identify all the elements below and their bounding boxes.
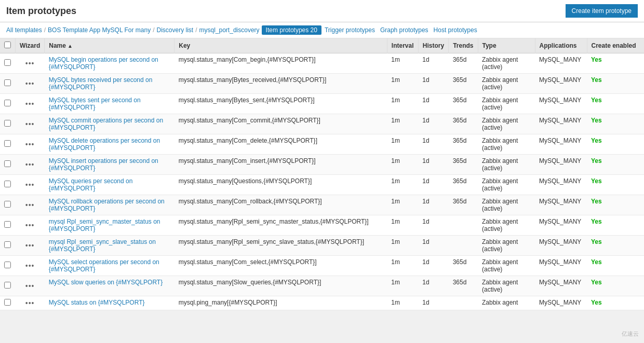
row-dots-menu[interactable]: ••• — [16, 296, 45, 310]
row-checkbox[interactable] — [4, 100, 11, 106]
row-checkbox[interactable] — [4, 59, 11, 66]
create-enabled-link[interactable]: Yes — [591, 279, 602, 286]
tab-host-prototypes[interactable]: Host prototypes — [432, 25, 479, 35]
create-item-prototype-button[interactable]: Create item prototype — [566, 4, 638, 18]
th-name[interactable]: Name ▲ — [45, 38, 175, 53]
row-applications-cell: MySQL_MANY — [535, 155, 587, 175]
row-trends-cell: 365d — [449, 114, 478, 134]
row-dots-menu[interactable]: ••• — [16, 215, 45, 236]
row-trends-cell — [449, 215, 478, 236]
row-dots-menu[interactable]: ••• — [16, 276, 45, 296]
row-dots-menu[interactable]: ••• — [16, 236, 45, 256]
dots-icon[interactable]: ••• — [25, 100, 35, 108]
row-checkbox[interactable] — [4, 299, 11, 306]
item-name-link[interactable]: MySQL bytes sent per second on {#MYSQLPO… — [49, 97, 141, 111]
dots-icon[interactable]: ••• — [25, 59, 35, 67]
dots-icon[interactable]: ••• — [25, 282, 35, 290]
breadcrumb-discovery-list[interactable]: Discovery list — [156, 26, 193, 34]
row-dots-menu[interactable]: ••• — [16, 134, 45, 155]
row-applications-cell: MySQL_MANY — [535, 215, 587, 236]
item-name-link[interactable]: MySQL begin operations per second on {#M… — [49, 56, 158, 71]
row-dots-menu[interactable]: ••• — [16, 114, 45, 134]
item-name-link[interactable]: MySQL commit operations per second on {#… — [49, 117, 163, 131]
dots-icon[interactable]: ••• — [25, 241, 35, 250]
breadcrumb-all-templates[interactable]: All templates — [6, 26, 42, 34]
dots-icon[interactable]: ••• — [25, 181, 35, 189]
dots-icon[interactable]: ••• — [25, 120, 35, 128]
item-name-link[interactable]: MySQL bytes received per second on {#MYS… — [49, 76, 153, 91]
row-name-cell: MySQL delete operations per second on {#… — [45, 134, 175, 155]
row-checkbox[interactable] — [4, 282, 11, 289]
create-enabled-link[interactable]: Yes — [591, 117, 602, 124]
row-checkbox[interactable] — [4, 262, 11, 268]
create-enabled-link[interactable]: Yes — [591, 157, 602, 164]
create-enabled-link[interactable]: Yes — [591, 218, 602, 225]
create-enabled-link[interactable]: Yes — [591, 299, 602, 306]
row-interval-cell: 1m — [387, 175, 418, 195]
row-checkbox[interactable] — [4, 79, 11, 86]
row-history-cell: 1d — [418, 215, 448, 236]
item-name-link[interactable]: mysql Rpl_semi_sync_master_status on {#M… — [49, 218, 160, 232]
content-area: Wizard Name ▲ Key Interval History — [0, 38, 644, 310]
select-all-checkbox[interactable] — [4, 42, 11, 48]
row-dots-menu[interactable]: ••• — [16, 94, 45, 114]
row-dots-menu[interactable]: ••• — [16, 53, 45, 74]
row-dots-menu[interactable]: ••• — [16, 195, 45, 215]
create-enabled-link[interactable]: Yes — [591, 97, 602, 104]
row-checkbox[interactable] — [4, 120, 11, 127]
item-name-link[interactable]: MySQL queries per second on {#MYSQLPORT} — [49, 177, 133, 192]
tab-graph-prototypes[interactable]: Graph prototypes — [378, 25, 431, 35]
dots-icon[interactable]: ••• — [25, 140, 35, 148]
row-name-cell: MySQL bytes received per second on {#MYS… — [45, 74, 175, 94]
row-checkbox-cell — [0, 296, 16, 310]
item-name-link[interactable]: MySQL select operations per second on {#… — [49, 258, 159, 273]
row-checkbox[interactable] — [4, 241, 11, 248]
item-name-link[interactable]: MySQL slow queries on {#MYSQLPORT} — [49, 279, 163, 286]
row-dots-menu[interactable]: ••• — [16, 74, 45, 94]
row-name-cell: MySQL status on {#MYSQLPORT} — [45, 296, 175, 310]
row-checkbox[interactable] — [4, 221, 11, 228]
item-name-link[interactable]: MySQL rollback operations per second on … — [49, 198, 165, 212]
dots-icon[interactable]: ••• — [25, 201, 35, 209]
create-enabled-link[interactable]: Yes — [591, 56, 602, 63]
dots-icon[interactable]: ••• — [25, 221, 35, 229]
table-row: •••MySQL commit operations per second on… — [0, 114, 644, 134]
dots-icon[interactable]: ••• — [25, 299, 35, 307]
dots-icon[interactable]: ••• — [25, 79, 35, 88]
row-create-enabled-cell: Yes — [587, 134, 644, 155]
create-enabled-link[interactable]: Yes — [591, 76, 602, 84]
row-applications-cell: MySQL_MANY — [535, 256, 587, 276]
dots-icon[interactable]: ••• — [25, 160, 35, 169]
row-dots-menu[interactable]: ••• — [16, 155, 45, 175]
row-key-cell: mysql.status_many[Rpl_semi_sync_slave_st… — [175, 236, 387, 256]
item-name-link[interactable]: MySQL insert operations per second on {#… — [49, 157, 158, 172]
create-enabled-link[interactable]: Yes — [591, 137, 602, 144]
row-dots-menu[interactable]: ••• — [16, 175, 45, 195]
row-interval-cell: 1m — [387, 195, 418, 215]
item-name-link[interactable]: mysql Rpl_semi_sync_slave_status on {#MY… — [49, 238, 156, 253]
row-dots-menu[interactable]: ••• — [16, 256, 45, 276]
row-trends-cell — [449, 296, 478, 310]
create-enabled-link[interactable]: Yes — [591, 238, 602, 245]
row-type-cell: Zabbix agent (active) — [478, 236, 535, 256]
row-checkbox[interactable] — [4, 160, 11, 167]
create-enabled-link[interactable]: Yes — [591, 258, 602, 266]
table-row: •••mysql Rpl_semi_sync_master_status on … — [0, 215, 644, 236]
create-enabled-link[interactable]: Yes — [591, 198, 602, 205]
create-enabled-link[interactable]: Yes — [591, 177, 602, 185]
row-interval-cell: 1m — [387, 53, 418, 74]
th-history: History — [418, 38, 448, 53]
dots-icon[interactable]: ••• — [25, 262, 35, 270]
row-checkbox[interactable] — [4, 140, 11, 147]
table-row: •••MySQL bytes sent per second on {#MYSQ… — [0, 94, 644, 114]
row-checkbox-cell — [0, 114, 16, 134]
breadcrumb-discovery-rule[interactable]: mysql_port_discovery — [199, 26, 260, 34]
item-name-link[interactable]: MySQL delete operations per second on {#… — [49, 137, 160, 152]
tab-trigger-prototypes[interactable]: Trigger prototypes — [323, 25, 377, 35]
breadcrumb-template[interactable]: BOS Template App MySQL For many — [48, 26, 151, 34]
row-checkbox-cell — [0, 53, 16, 74]
row-checkbox[interactable] — [4, 181, 11, 187]
tab-item-prototypes[interactable]: Item prototypes 20 — [262, 25, 321, 35]
item-name-link[interactable]: MySQL status on {#MYSQLPORT} — [49, 299, 145, 306]
row-checkbox[interactable] — [4, 201, 11, 208]
